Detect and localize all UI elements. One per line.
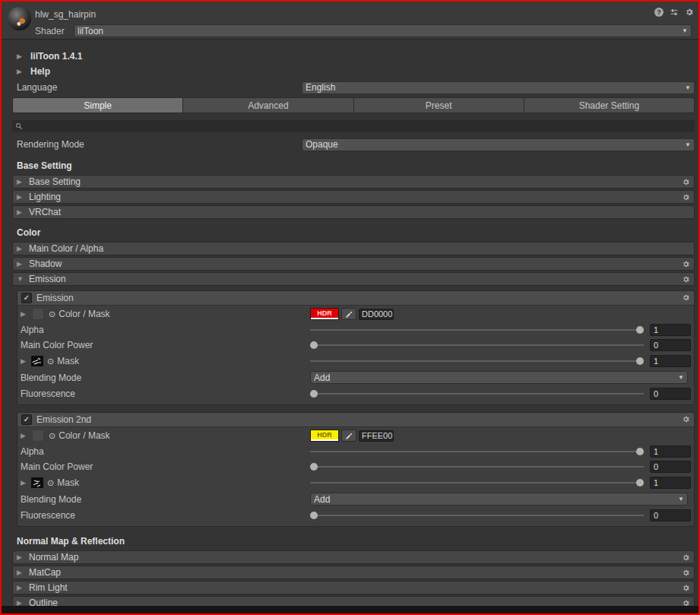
tab-preset[interactable]: Preset	[354, 98, 524, 113]
language-dropdown[interactable]: English ▼	[302, 81, 695, 94]
foldout-collapsed-icon: ▶	[17, 584, 24, 591]
mask-slider[interactable]	[310, 478, 644, 487]
gear-icon[interactable]	[682, 415, 690, 426]
emission-2nd-panel: ✓ Emission 2nd ▶ ⊙ Color / Mask HDR FFEE…	[17, 412, 695, 527]
shader-dropdown[interactable]: lilToon ▼	[74, 24, 692, 37]
alpha-value-field[interactable]: 1	[650, 445, 691, 458]
slider-handle[interactable]	[310, 463, 318, 471]
slider-handle[interactable]	[636, 448, 644, 455]
gear-icon[interactable]	[685, 8, 694, 17]
material-name: hlw_sg_hairpin	[35, 9, 96, 20]
alpha-slider[interactable]	[310, 325, 644, 334]
fluorescence-slider[interactable]	[310, 511, 644, 520]
bar-label: Normal Map	[29, 552, 78, 563]
bar-emission[interactable]: ▼ Emission	[12, 272, 695, 286]
bar-label: Emission	[29, 274, 66, 284]
foldout-help[interactable]: ▶ Help	[12, 64, 695, 79]
rendering-mode-dropdown[interactable]: Opaque ▼	[302, 138, 695, 151]
mask-slider[interactable]	[310, 357, 644, 366]
main-color-power-row: Main Color Power 0	[17, 338, 694, 353]
slider-handle[interactable]	[310, 512, 318, 519]
tab-simple[interactable]: Simple	[13, 98, 183, 113]
gear-icon[interactable]	[682, 293, 690, 304]
foldout-collapsed-icon: ▶	[21, 310, 27, 318]
main-color-power-slider[interactable]	[310, 341, 644, 350]
preset-icon[interactable]	[670, 8, 679, 17]
search-input[interactable]	[12, 120, 695, 132]
gear-icon[interactable]	[682, 584, 690, 594]
main-color-power-row: Main Color Power 0	[17, 459, 694, 474]
bar-base-setting[interactable]: ▶ Base Setting	[12, 175, 695, 189]
slider-handle[interactable]	[310, 390, 318, 398]
blending-mode-dropdown[interactable]: Add ▼	[310, 371, 688, 384]
fluorescence-value-field[interactable]: 0	[650, 509, 691, 521]
shader-label: Shader	[35, 26, 65, 36]
object-picker-icon[interactable]: ⊙	[49, 309, 55, 319]
color-texture-slot[interactable]	[32, 308, 44, 320]
header-icon-group: ?	[654, 8, 694, 17]
bottom-strip	[2, 606, 698, 613]
blending-mode-dropdown[interactable]: Add ▼	[310, 493, 688, 506]
foldout-version[interactable]: ▶ lilToon 1.4.1	[12, 49, 695, 64]
foldout-collapsed-icon: ▶	[21, 479, 27, 487]
bar-normal-map[interactable]: ▶ Normal Map	[12, 550, 695, 564]
mask-value-field[interactable]: 1	[650, 477, 691, 489]
gear-icon[interactable]	[682, 275, 690, 286]
fluorescence-slider[interactable]	[310, 389, 644, 398]
gear-icon[interactable]	[682, 569, 690, 579]
gear-icon[interactable]	[682, 193, 690, 204]
main-color-power-label: Main Color Power	[21, 340, 93, 350]
gear-icon[interactable]	[682, 178, 690, 189]
material-inspector: hlw_sg_hairpin Shader lilToon ▼ ? ▶ lilT…	[0, 0, 700, 615]
slider-handle[interactable]	[636, 357, 644, 365]
material-preview-sphere[interactable]	[8, 7, 31, 30]
hex-color-field[interactable]: FFEE00	[359, 430, 394, 442]
eyedropper-icon[interactable]	[341, 430, 356, 442]
hex-color-field[interactable]: DD0000	[359, 309, 394, 320]
object-picker-icon[interactable]: ⊙	[47, 357, 54, 366]
slider-handle[interactable]	[636, 326, 644, 334]
mask-value-field[interactable]: 1	[650, 355, 691, 367]
foldout-collapsed-icon: ▶	[17, 553, 24, 561]
slider-handle[interactable]	[636, 479, 644, 487]
fluorescence-row: Fluorescence 0	[17, 507, 694, 523]
object-picker-icon[interactable]: ⊙	[47, 478, 54, 488]
version-label: lilToon 1.4.1	[30, 51, 82, 62]
slider-handle[interactable]	[310, 341, 318, 349]
gear-icon[interactable]	[682, 553, 690, 564]
eyedropper-icon[interactable]	[341, 308, 356, 320]
material-header: hlw_sg_hairpin Shader lilToon ▼ ?	[2, 2, 698, 40]
rendering-mode-row: Rendering Mode Opaque ▼	[12, 138, 695, 151]
fluorescence-value-field[interactable]: 0	[650, 388, 691, 400]
alpha-value-field[interactable]: 1	[650, 324, 691, 336]
emission-enabled-checkbox[interactable]: ✓	[21, 293, 32, 303]
color-texture-slot[interactable]	[32, 430, 44, 442]
gear-icon[interactable]	[682, 260, 690, 271]
alpha-slider[interactable]	[310, 447, 644, 456]
main-color-power-slider[interactable]	[310, 462, 644, 471]
main-color-power-value-field[interactable]: 0	[650, 339, 691, 351]
bar-matcap[interactable]: ▶ MatCap	[12, 566, 695, 579]
bar-vrchat[interactable]: ▶ VRChat	[12, 205, 695, 219]
chevron-down-icon: ▼	[685, 84, 691, 91]
main-color-power-value-field[interactable]: 0	[650, 461, 691, 473]
alpha-row: Alpha 1	[17, 322, 694, 338]
bar-label: MatCap	[29, 567, 61, 578]
bar-label: Main Color / Alpha	[29, 243, 103, 254]
bar-rim-light[interactable]: ▶ Rim Light	[12, 581, 695, 594]
bar-shadow[interactable]: ▶ Shadow	[12, 257, 695, 271]
mask-texture-thumbnail[interactable]	[31, 477, 43, 488]
mask-texture-thumbnail[interactable]	[31, 356, 43, 366]
color-mask-label: Color / Mask	[59, 309, 109, 319]
hdr-color-swatch[interactable]: HDR	[310, 308, 339, 320]
bar-lighting[interactable]: ▶ Lighting	[12, 190, 695, 204]
bar-main-color-alpha[interactable]: ▶ Main Color / Alpha	[12, 242, 695, 255]
object-picker-icon[interactable]: ⊙	[49, 431, 55, 441]
emission-2nd-enabled-checkbox[interactable]: ✓	[21, 414, 32, 425]
tab-shader-setting[interactable]: Shader Setting	[524, 98, 694, 113]
emission-title: Emission	[36, 293, 74, 303]
hdr-color-swatch[interactable]: HDR	[310, 430, 339, 442]
chevron-down-icon: ▼	[678, 374, 684, 381]
tab-advanced[interactable]: Advanced	[183, 98, 353, 113]
help-icon[interactable]: ?	[654, 8, 664, 17]
